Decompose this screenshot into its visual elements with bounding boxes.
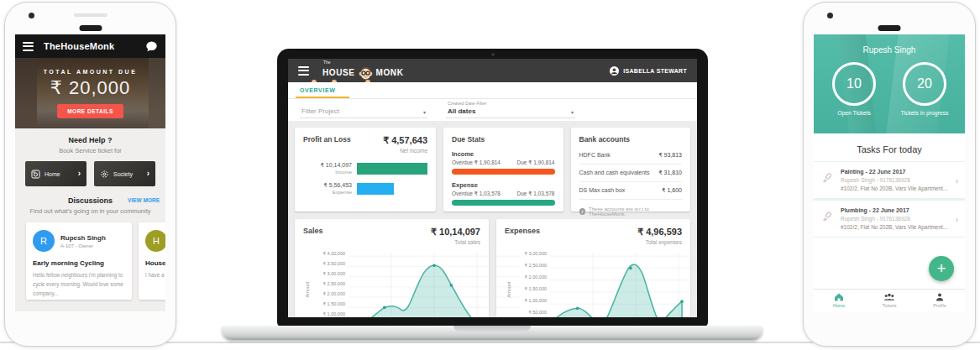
plus-icon: +	[936, 260, 946, 276]
chevron-right-icon: ›	[78, 170, 81, 178]
tab-overview[interactable]: OVERVIEW	[300, 87, 335, 93]
view-more-link[interactable]: VIEW MORE	[128, 197, 160, 203]
task-row[interactable]: Painting - 22 June 2017 Rupesh Singh - 9…	[814, 162, 965, 198]
more-details-button[interactable]: MORE DETAILS	[57, 104, 123, 118]
total-expenses-value: ₹ 4,96,593	[637, 227, 682, 238]
service-buttons-row: Home › Society ›	[15, 154, 165, 186]
profit-loss-title: Profit an Loss	[303, 135, 351, 144]
home-icon	[834, 293, 844, 301]
avatar: R	[33, 230, 55, 252]
expenses-title: Expenses	[505, 227, 540, 235]
bank-account-row: Cash and cash equivalents ₹ 31,810	[579, 165, 683, 182]
camera-dot	[827, 13, 833, 18]
avatar: H	[145, 230, 165, 252]
y-tick: ₹ 3,00,000	[525, 251, 547, 256]
open-tickets-label: Open Tickets	[827, 110, 881, 116]
society-service-button[interactable]: Society ›	[94, 161, 155, 186]
gear-flower-icon	[100, 170, 109, 179]
task-list: Painting - 22 June 2017 Rupesh Singh - 9…	[814, 161, 965, 238]
y-tick: ₹ 4,00,000	[323, 251, 345, 256]
logo-house: HOUSE	[322, 69, 355, 77]
y-tick: ₹ 1,50,000	[525, 286, 547, 291]
nav-home[interactable]: Home	[814, 290, 864, 311]
bank-account-row: HDFC Bank ₹ 93,813	[579, 147, 683, 165]
expense-value: ₹ 5,56,453	[303, 182, 352, 189]
right-phone-screen: Rupesh Singh 10 Open Tickets 20 Tickets …	[814, 34, 965, 311]
open-tickets-stat[interactable]: 10 Open Tickets	[827, 62, 881, 116]
nav-profile-label: Profile	[933, 303, 946, 308]
society-button-label: Society	[113, 171, 133, 177]
profile-icon	[935, 293, 944, 301]
in-progress-count: 20	[903, 62, 946, 106]
tab-bar: OVERVIEW	[288, 82, 697, 99]
bank-value: ₹ 1,600	[662, 187, 682, 194]
paintbrush-icon	[821, 173, 832, 184]
post-title: House for r	[145, 259, 165, 267]
total-sales-value: ₹ 10,14,097	[431, 227, 480, 238]
expenses-area-plot	[550, 252, 697, 317]
hamburger-menu-icon[interactable]	[23, 42, 34, 51]
chevron-right-icon: ›	[147, 170, 149, 178]
need-help-subtitle: Book Service ticket for	[15, 147, 165, 154]
post-title: Early morning Cycling	[33, 259, 125, 267]
total-sales-label: Total sales	[431, 239, 480, 245]
speaker-grill	[878, 25, 901, 31]
task-contact: Rupesh Singh - 9176136928	[841, 177, 953, 183]
user-account-menu[interactable]: ISABELLA STEWART	[610, 66, 687, 76]
discussion-card[interactable]: H Hi B-4 House for r I have a 2 BH know …	[139, 222, 165, 300]
nav-profile[interactable]: Profile	[914, 290, 965, 311]
income-label: Income	[303, 170, 352, 175]
discussion-card[interactable]: R Rupesh Singh A-107 - Owner Early morni…	[26, 222, 132, 300]
washing-machine-icon	[31, 170, 40, 179]
in-progress-stat[interactable]: 20 Tickets in progress	[898, 62, 951, 116]
expense-overdue: Overdue ₹ 1,03,578	[452, 191, 500, 197]
bank-account-row: DS Max cash box ₹ 1,600	[579, 182, 683, 200]
left-phone-device: TheHouseMonk TOTAL AMOUNT DUE ₹ 20,000 M…	[4, 2, 176, 347]
task-title: Painting - 22 June 2017	[841, 169, 953, 175]
user-name: ISABELLA STEWART	[623, 68, 687, 74]
dashboard-content: Profit an Loss ₹ 4,57,643 Net income ₹ 1…	[288, 121, 697, 317]
paintbrush-icon	[821, 212, 832, 222]
discussion-cards-row: R Rupesh Singh A-107 - Owner Early morni…	[26, 222, 165, 300]
earpiece-slot	[74, 13, 107, 17]
webcam-dot	[491, 53, 495, 56]
chevron-right-icon: ›	[956, 214, 958, 223]
task-address: #102/2, Flat No 202B, Vars Vile Apartmen…	[841, 224, 953, 230]
filter-project-select[interactable]: Filter Project ▾	[300, 107, 427, 118]
nav-tickets-label: Tickets	[882, 303, 896, 308]
info-icon: i	[579, 208, 586, 215]
expenses-chart: Amount ₹ 3,00,000 ₹ 2,50,000 ₹ 2,00,000 …	[505, 250, 682, 317]
y-tick: ₹ 1,00,000	[525, 298, 547, 303]
speaker-grill	[79, 25, 102, 31]
expenses-card: Expenses ₹ 4,96,593 Total expenses Amoun…	[496, 219, 690, 317]
due-expense-section: Expense Overdue ₹ 1,03,578 Due ₹ 1,03,57…	[452, 181, 555, 206]
y-tick: ₹ 2,00,000	[323, 291, 345, 296]
task-address: #102/2, Flat No 202B, Vars Vile Apartmen…	[841, 185, 953, 191]
poster-name: Rupesh Singh	[60, 234, 106, 242]
nav-tickets[interactable]: Tickets	[864, 290, 914, 311]
post-body: Hello fellow neighbours i'm planning to …	[33, 270, 125, 298]
task-contact: Rupesh Singh - 9176136928	[841, 216, 953, 222]
user-name: Rupesh Singh	[814, 34, 965, 55]
home-button-label: Home	[45, 171, 60, 177]
hamburger-menu-icon[interactable]	[298, 66, 309, 76]
y-tick: ₹ 2,00,000	[525, 274, 547, 279]
date-filter-select[interactable]: Created Date Filter All dates ▾	[446, 101, 575, 118]
post-body: I have a 2 BH know if anyon	[145, 270, 165, 279]
task-row[interactable]: Plumbing - 22 June 2017 Rupesh Singh - 9…	[814, 201, 965, 237]
discussions-header: Discussions VIEW MORE	[15, 196, 165, 205]
account-icon	[610, 66, 619, 76]
right-phone-device: Rupesh Singh 10 Open Tickets 20 Tickets …	[803, 2, 976, 347]
nav-home-label: Home	[833, 303, 846, 308]
sales-area-plot	[349, 252, 520, 317]
home-service-button[interactable]: Home ›	[25, 161, 86, 186]
chat-icon[interactable]	[145, 41, 158, 52]
date-filter-label: Created Date Filter	[448, 101, 574, 106]
sales-y-axis-label: Amount	[305, 282, 310, 298]
open-tickets-count: 10	[832, 62, 876, 106]
dashboard-header: The HOUSE	[288, 59, 697, 82]
profit-loss-card: Profit an Loss ₹ 4,57,643 Net income ₹ 1…	[295, 128, 436, 212]
bank-name: HDFC Bank	[579, 152, 611, 159]
laptop-base	[222, 326, 763, 340]
add-ticket-fab[interactable]: +	[929, 256, 954, 281]
